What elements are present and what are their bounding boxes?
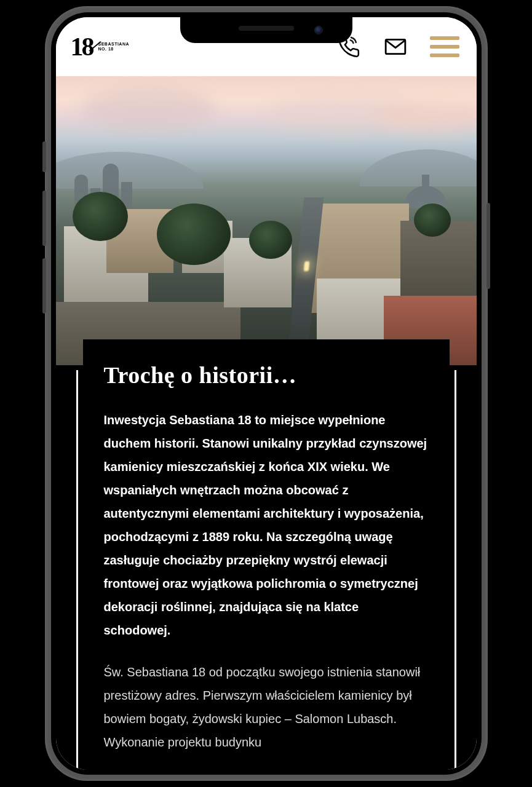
phone-volume-down [42,258,46,314]
hero-city-image [56,76,477,365]
left-border-line [76,370,78,770]
phone-mute-switch [42,141,46,172]
content-section: Trochę o historii… Inwestycja Sebastiana… [56,365,477,770]
logo-text: SEBASTIANA NO. 18 [98,42,130,51]
site-logo[interactable]: 18 ⁄ SEBASTIANA NO. 18 [71,32,130,61]
mail-icon[interactable] [383,34,408,59]
hamburger-menu-icon[interactable] [430,36,459,57]
section-title: Trochę o historii… [104,362,429,389]
logo-number: 18 [71,32,93,61]
phone-frame: 18 ⁄ SEBASTIANA NO. 18 [45,6,488,781]
history-paragraph-1: Inwestycja Sebastiana 18 to miejsce wype… [104,408,429,642]
right-border-line [455,370,456,770]
phone-volume-up [42,191,46,246]
phone-notch [180,17,352,43]
front-camera-icon [314,26,323,34]
history-paragraph-2: Św. Sebastiana 18 od początku swojego is… [104,660,429,754]
phone-power-button [486,203,490,289]
